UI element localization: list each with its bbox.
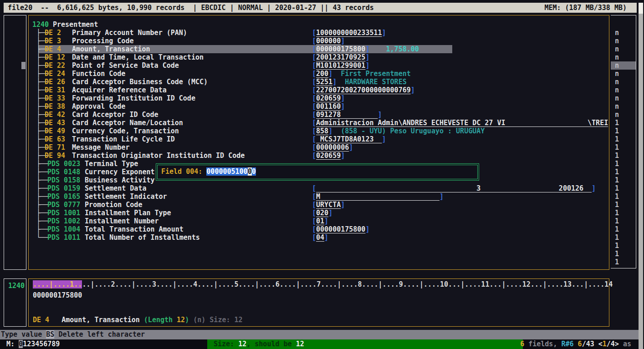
field-value[interactable]: [020659] <box>312 152 345 160</box>
field-name: Currency Code, Transaction <box>72 127 179 135</box>
raw-field-value[interactable]: 000000175800 <box>33 291 82 299</box>
table-row[interactable]: ├──DE 49Currency Code, Transaction[858] … <box>29 127 609 135</box>
field-value[interactable]: [000000] <box>312 37 345 45</box>
field-edit-dialog[interactable]: Field 004: 000000510000 <box>156 163 479 181</box>
left-scrollbar-thumb[interactable] <box>21 62 26 69</box>
field-info-line: DE 4 Amount, Transaction (Length 12) (n)… <box>33 316 243 324</box>
record-mti: 1240 <box>8 282 25 290</box>
field-value[interactable]: [000000175800] 1,758.00 <box>312 45 419 53</box>
count-cell: n <box>611 94 636 102</box>
field-name: Forwarding Institution ID Code <box>72 94 195 102</box>
field-name: Settlement Data <box>85 184 146 192</box>
field-name: Point of Service Data Code <box>72 61 179 70</box>
table-row[interactable]: ├──PDS 0159Settlement Data[ 3 200126 ] <box>29 184 609 192</box>
count-cell: n <box>611 102 636 111</box>
field-value[interactable]: [091278 ] <box>312 111 382 119</box>
mask-cursor: 0 <box>19 340 23 348</box>
field-value[interactable]: [ 3 200126 ] <box>312 184 596 192</box>
field-label: PDS 0148 <box>47 168 80 176</box>
field-name: Date and Time, Local Transaction <box>72 53 204 61</box>
table-row[interactable]: ├──DE 22Point of Service Data Code[M1010… <box>29 61 609 70</box>
count-cell: 1 <box>611 258 636 266</box>
field-value[interactable]: [01] <box>312 217 328 225</box>
field-value[interactable]: [22700720027000000000769] <box>312 86 415 94</box>
table-row[interactable]: ├──PDS 1004Total Transaction Amount[0000… <box>29 225 609 233</box>
field-label: DE 71 <box>45 143 65 152</box>
table-row[interactable]: └──PDS 1011Total Number of Installments[… <box>29 233 609 242</box>
count-cell: 1 <box>611 176 636 184</box>
count-cell: 1 <box>611 225 636 233</box>
ruler-line: ....|....1....|....2....|....3....|....4… <box>33 280 613 288</box>
count-cell-highlighted: n <box>611 61 636 70</box>
field-value[interactable]: [M ] <box>312 192 444 201</box>
count-cell: 1 <box>611 143 636 152</box>
field-inspector-panel[interactable]: ....|....1....|....2....|....3....|....4… <box>28 278 609 327</box>
count-cell: 1 <box>611 152 636 160</box>
field-value[interactable]: [001160] <box>312 102 345 111</box>
field-label: PDS 0777 <box>47 201 80 209</box>
table-row[interactable]: ├──PDS 1002Installment Number[01] <box>29 217 609 225</box>
table-row[interactable]: ├──DE 31Acquirer Reference Data[22700720… <box>29 86 609 94</box>
field-label: DE 4 <box>45 45 61 53</box>
field-value[interactable]: [020] <box>312 209 332 217</box>
table-row-selected[interactable]: ├──DE 4Amount, Transaction[000000175800]… <box>29 45 609 53</box>
message-tree-panel[interactable]: 1240 Presentment ├──DE 2Primary Account … <box>28 15 609 270</box>
table-row[interactable]: ├──DE 33Forwarding Institution ID Code[0… <box>29 94 609 102</box>
field-label: PDS 1001 <box>47 209 80 217</box>
table-row[interactable]: ├──DE 12Date and Time, Local Transaction… <box>29 53 609 61</box>
table-row[interactable]: ├──DE 24Function Code[200] First Present… <box>29 70 609 78</box>
field-value[interactable]: [04] <box>312 233 328 242</box>
message-header-row[interactable]: 1240 Presentment <box>29 20 609 29</box>
field-name: Currency Exponent <box>85 168 155 176</box>
table-row[interactable]: ├──PDS 1001Installment Plan Type[020] <box>29 209 609 217</box>
field-value[interactable]: [020659] <box>312 94 345 102</box>
table-row[interactable]: ├──DE 63Transaction Life Cycle ID[ MCSJ7… <box>29 135 609 143</box>
count-cell: n <box>611 86 636 94</box>
record-list-panel[interactable] <box>4 15 26 270</box>
field-value[interactable]: [200123170925] <box>312 53 369 61</box>
field-label: DE 42 <box>45 111 65 119</box>
count-cell: n <box>611 111 636 119</box>
field-label: PDS 0159 <box>47 184 80 192</box>
field-name: Business Activity <box>85 176 155 184</box>
field-value[interactable]: [000000175800] <box>312 225 369 233</box>
edit-field-label: Field 004: <box>161 167 202 176</box>
field-value[interactable]: [ MCSJ7TD8A0123 ] <box>312 135 386 143</box>
table-row[interactable]: ├──DE 38Approval Code[001160] <box>29 102 609 111</box>
field-name: Transaction Life Cycle ID <box>72 135 175 143</box>
scrollbar-thumb[interactable] <box>639 3 643 14</box>
field-value[interactable]: [200] First Presentment <box>312 70 411 78</box>
field-name: Primary Account Number (PAN) <box>72 29 187 37</box>
input-mask: M: 0123456789 <box>6 339 60 349</box>
table-row[interactable]: ├──DE 43Card Acceptor Name/Location[Admi… <box>29 119 609 127</box>
table-row[interactable]: ├──DE 2Primary Account Number (PAN)[1000… <box>29 29 609 37</box>
table-row[interactable]: ├──PDS 0777Promotion Code[URYCTA] <box>29 201 609 209</box>
field-label: DE 26 <box>45 78 65 86</box>
count-cell: 1 <box>611 233 636 242</box>
field-label: PDS 0023 <box>47 160 80 168</box>
field-name: Approval Code <box>72 102 125 111</box>
field-value[interactable]: [M10101299001] <box>312 61 369 70</box>
field-name: Message Number <box>72 143 129 152</box>
field-value[interactable]: [1000000000233511] <box>312 29 386 37</box>
field-name: Card Acceptor Business Code (MCC) <box>72 78 208 86</box>
field-label: DE 63 <box>45 135 65 143</box>
count-cell: 1 <box>611 160 636 168</box>
field-value[interactable]: [5251] HARDWARE STORES <box>312 78 407 86</box>
table-row[interactable]: ├──DE 26Card Acceptor Business Code (MCC… <box>29 78 609 86</box>
field-label: DE 33 <box>45 94 65 102</box>
table-row[interactable]: ├──DE 94Transaction Originator Instituti… <box>29 152 609 160</box>
table-row[interactable]: ├──PDS 0165Settlement Indicator[M ] <box>29 192 609 201</box>
scrollbar[interactable] <box>639 3 643 349</box>
table-row[interactable]: ├──DE 71Message Number[00000006] <box>29 143 609 152</box>
field-value[interactable]: [858] (858 - UYU) Peso Uruguayo : URUGUA… <box>312 127 485 135</box>
field-name: Transaction Originator Institution ID Co… <box>72 152 245 160</box>
count-cell: 1 <box>611 184 636 192</box>
edit-field-input[interactable]: 000000510000 <box>206 167 256 176</box>
field-value[interactable]: [Administracion Admin\ANDRES ECHEVESTE D… <box>312 119 608 127</box>
table-row[interactable]: ├──DE 42Card Acceptor ID Code[091278 ] <box>29 111 609 119</box>
field-value[interactable]: [00000006] <box>312 143 353 152</box>
table-row[interactable]: ├──DE 3Processing Code[000000] <box>29 37 609 45</box>
field-value[interactable]: [URYCTA] <box>312 201 345 209</box>
field-label: DE 31 <box>45 86 65 94</box>
